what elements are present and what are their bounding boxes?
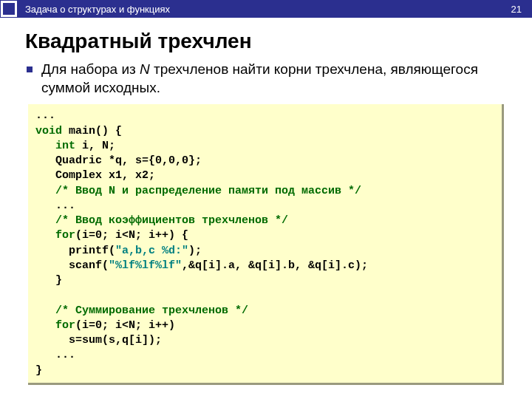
code-block-wrap: ... void main() { int i, N; Quadric *q, …: [28, 104, 504, 385]
bullet-item: Для набора из N трехчленов найти корни т…: [25, 61, 507, 97]
code-line: [35, 140, 55, 152]
code-line: ,&q[i].a, &q[i].b, &q[i].c);: [182, 259, 368, 272]
code-line: ...: [35, 349, 75, 361]
header-topic: Задача о структурах и функциях: [25, 4, 170, 15]
code-line: printf(: [35, 245, 115, 257]
header-square-icon: [0, 0, 18, 18]
code-keyword: for: [55, 229, 75, 242]
slide-title: Квадратный трехчлен: [25, 30, 507, 53]
code-line: main() {: [62, 125, 122, 137]
code-keyword: int: [55, 140, 75, 152]
code-line: i, N;: [75, 140, 115, 152]
code-line: }: [35, 274, 62, 287]
code-comment: /* Ввод N и распределение памяти под мас…: [35, 185, 361, 197]
slide-body: Квадратный трехчлен Для набора из N трех…: [0, 18, 532, 385]
bullet-n: N: [140, 61, 150, 77]
code-line: Quadric *q, s={0,0,0};: [35, 154, 202, 167]
code-line: ...: [35, 200, 75, 212]
code-line: [35, 229, 55, 242]
page-number: 21: [511, 4, 522, 15]
code-line: ...: [35, 109, 55, 122]
code-line: (i=0; i<N; i++) {: [75, 229, 188, 242]
bullet-prefix: Для набора из: [41, 61, 140, 77]
code-keyword: for: [55, 319, 75, 332]
code-line: );: [188, 245, 202, 257]
code-string: "a,b,c %d:": [115, 245, 188, 257]
code-line: scanf(: [35, 259, 109, 272]
code-block: ... void main() { int i, N; Quadric *q, …: [28, 104, 504, 385]
header-strip: Задача о структурах и функциях 21: [18, 0, 532, 18]
code-line: }: [35, 364, 42, 377]
slide-header: Задача о структурах и функциях 21: [0, 0, 532, 18]
code-keyword: void: [35, 125, 62, 137]
code-comment: /* Суммирование трехчленов */: [35, 304, 248, 317]
code-string: "%lf%lf%lf": [109, 259, 182, 272]
bullet-square-icon: [27, 66, 33, 72]
bullet-text: Для набора из N трехчленов найти корни т…: [41, 61, 507, 97]
code-line: [35, 319, 55, 332]
code-line: s=sum(s,q[i]);: [35, 334, 162, 347]
code-line: (i=0; i<N; i++): [75, 319, 175, 332]
code-comment: /* Ввод коэффициентов трехчленов */: [35, 214, 288, 227]
code-line: Complex x1, x2;: [35, 169, 155, 182]
